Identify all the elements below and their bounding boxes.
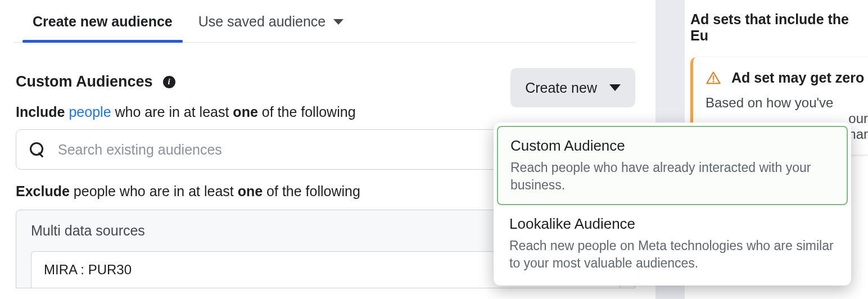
tab-use-saved-audience[interactable]: Use saved audience [198,6,344,42]
tab-saved-label: Use saved audience [198,13,326,30]
include-people-link[interactable]: people [69,104,111,120]
create-new-button[interactable]: Create new [510,68,635,107]
dropdown-item-lookalike-audience[interactable]: Lookalike Audience Reach new people on M… [497,205,848,282]
exclude-suffix: of the following [266,183,360,199]
caret-down-icon [609,84,621,91]
exclude-prefix: Exclude [16,183,70,199]
dropdown-item-desc: Reach people who have already interacted… [510,159,834,194]
include-mid: who are in at least [115,104,229,120]
svg-point-1 [712,80,714,82]
dropdown-item-title: Lookalike Audience [509,215,835,233]
audience-tabs: Create new audience Use saved audience [13,0,635,43]
custom-audiences-title: Custom Audiences [16,73,153,90]
right-header: Ad sets that include the Eu [678,0,868,57]
warning-body-line: Based on how you've [706,95,868,111]
include-bold: one [233,104,257,120]
dropdown-item-desc: Reach new people on Meta technologies wh… [509,237,835,272]
dropdown-item-title: Custom Audience [510,137,834,155]
warning-triangle-icon [706,70,721,86]
warning-title: Ad set may get zero [731,70,864,86]
search-icon [30,142,44,157]
exclude-mid: people who are in at least [74,183,234,199]
exclude-bold: one [238,183,263,199]
include-prefix: Include [16,104,65,120]
dropdown-item-custom-audience[interactable]: Custom Audience Reach people who have al… [497,126,848,205]
info-icon[interactable]: i [163,76,175,88]
caret-down-icon [333,19,343,25]
exclude-chip-label: MIRA : PUR30 [44,262,132,277]
create-new-label: Create new [525,80,597,96]
tab-create-new-audience[interactable]: Create new audience [33,6,173,42]
include-suffix: of the following [262,104,356,120]
create-new-dropdown: Custom Audience Reach people who have al… [494,123,851,286]
